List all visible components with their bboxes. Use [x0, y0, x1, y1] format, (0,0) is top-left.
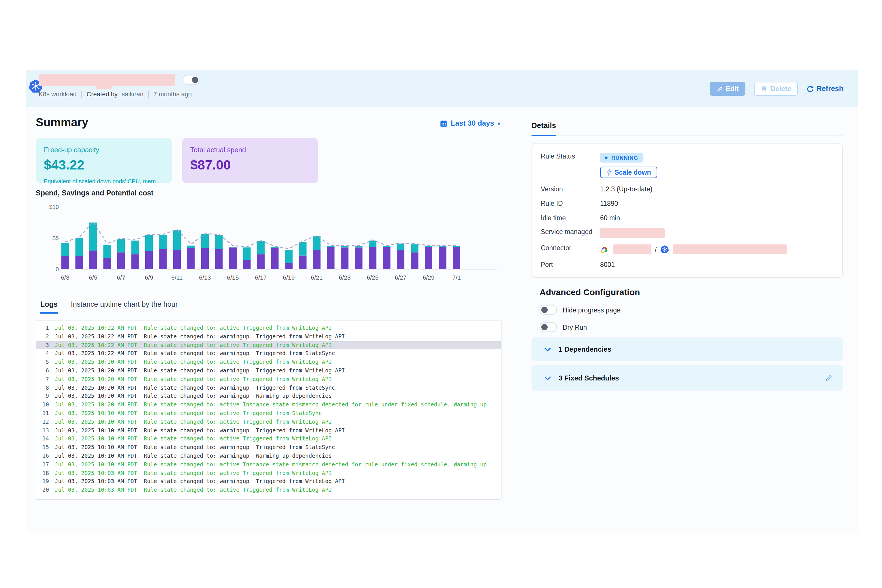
bar-savings[interactable]	[201, 234, 208, 248]
bar-savings[interactable]	[355, 246, 363, 247]
bar-spend[interactable]	[75, 256, 83, 269]
log-row[interactable]: 13Jul 03, 2025 10:10 AM PDT Rule state c…	[36, 426, 501, 435]
bar-savings[interactable]	[188, 246, 195, 248]
bar-spend[interactable]	[117, 252, 125, 269]
bar-savings[interactable]	[341, 246, 348, 247]
bar-savings[interactable]	[453, 246, 460, 247]
log-row[interactable]: 15Jul 03, 2025 10:10 AM PDT Rule state c…	[36, 443, 501, 452]
log-viewer[interactable]: 1Jul 03, 2025 10:22 AM PDT Rule state ch…	[36, 320, 501, 500]
bar-savings[interactable]	[397, 243, 404, 250]
log-row[interactable]: 17Jul 03, 2025 10:10 AM PDT Rule state c…	[36, 460, 501, 469]
bar-savings[interactable]	[159, 235, 167, 249]
log-row[interactable]: 4Jul 03, 2025 10:22 AM PDT Rule state ch…	[36, 350, 501, 358]
scale-down-button[interactable]: Scale down	[600, 166, 657, 178]
card-label: Total actual spend	[190, 146, 310, 154]
log-row[interactable]: 20Jul 03, 2025 10:03 AM PDT Rule state c…	[36, 486, 501, 495]
log-row[interactable]: 11Jul 03, 2025 10:10 AM PDT Rule state c…	[36, 409, 501, 418]
bar-savings[interactable]	[411, 244, 418, 252]
bar-spend[interactable]	[285, 263, 292, 269]
bar-savings[interactable]	[131, 241, 139, 255]
bar-spend[interactable]	[439, 247, 447, 269]
bar-savings[interactable]	[439, 246, 447, 247]
log-row[interactable]: 10Jul 03, 2025 10:20 AM PDT Rule state c…	[36, 400, 501, 409]
log-row[interactable]: 18Jul 03, 2025 10:03 AM PDT Rule state c…	[36, 469, 501, 478]
bar-savings[interactable]	[369, 241, 376, 247]
tab-instance-uptime[interactable]: Instance uptime chart by the hour	[71, 300, 178, 314]
log-row[interactable]: 8Jul 03, 2025 10:20 AM PDT Rule state ch…	[36, 384, 501, 392]
log-row[interactable]: 16Jul 03, 2025 10:10 AM PDT Rule state c…	[36, 452, 501, 460]
log-row[interactable]: 2Jul 03, 2025 10:22 AM PDT Rule state ch…	[36, 333, 501, 341]
bar-spend[interactable]	[89, 250, 97, 269]
bar-spend[interactable]	[201, 248, 208, 269]
bar-spend[interactable]	[104, 258, 111, 269]
edit-schedules-pencil-icon[interactable]	[825, 374, 832, 382]
bar-savings[interactable]	[173, 230, 181, 250]
bar-savings[interactable]	[299, 242, 307, 256]
chevron-down-icon[interactable]	[544, 347, 551, 351]
log-row[interactable]: 3Jul 03, 2025 10:22 AM PDT Rule state ch…	[36, 341, 501, 350]
bar-spend[interactable]	[397, 250, 404, 269]
version-label: Version	[541, 186, 600, 192]
bar-savings[interactable]	[145, 235, 153, 251]
bar-spend[interactable]	[188, 248, 195, 269]
log-message: Jul 03, 2025 10:22 AM PDT Rule state cha…	[55, 350, 335, 358]
bar-spend[interactable]	[383, 247, 390, 269]
bar-spend[interactable]	[257, 254, 265, 269]
bar-spend[interactable]	[341, 247, 348, 269]
bar-spend[interactable]	[62, 256, 69, 269]
bar-savings[interactable]	[257, 241, 265, 254]
log-row[interactable]: 5Jul 03, 2025 10:20 AM PDT Rule state ch…	[36, 358, 501, 367]
dry-run-toggle[interactable]	[540, 322, 557, 332]
rule-enabled-toggle[interactable]	[183, 75, 200, 85]
bar-spend[interactable]	[299, 255, 307, 269]
bar-spend[interactable]	[243, 260, 251, 269]
bar-savings[interactable]	[215, 235, 223, 249]
bar-savings[interactable]	[425, 246, 432, 247]
log-row[interactable]: 14Jul 03, 2025 10:10 AM PDT Rule state c…	[36, 435, 501, 444]
log-row[interactable]: 19Jul 03, 2025 10:03 AM PDT Rule state c…	[36, 478, 501, 486]
edit-button[interactable]: Edit	[710, 82, 746, 96]
bar-spend[interactable]	[355, 247, 363, 269]
chevron-down-icon[interactable]	[544, 376, 551, 380]
bar-savings[interactable]	[327, 246, 334, 247]
bar-spend[interactable]	[425, 247, 432, 269]
bar-spend[interactable]	[159, 249, 167, 269]
bar-spend[interactable]	[145, 251, 153, 269]
date-range-dropdown[interactable]: Last 30 days ▾	[440, 119, 500, 128]
bar-savings[interactable]	[229, 247, 237, 247]
bar-spend[interactable]	[327, 247, 334, 269]
dependencies-panel[interactable]: 1 Dependencies	[531, 337, 843, 361]
bar-savings[interactable]	[243, 247, 251, 260]
y-axis-tick: 0	[56, 266, 59, 272]
log-row[interactable]: 1Jul 03, 2025 10:22 AM PDT Rule state ch…	[36, 324, 501, 333]
bar-spend[interactable]	[215, 249, 223, 269]
log-row[interactable]: 7Jul 03, 2025 10:20 AM PDT Rule state ch…	[36, 375, 501, 384]
log-row[interactable]: 6Jul 03, 2025 10:20 AM PDT Rule state ch…	[36, 367, 501, 375]
gcp-icon	[600, 245, 610, 254]
bar-spend[interactable]	[411, 252, 418, 269]
bar-savings[interactable]	[75, 238, 83, 256]
tab-details[interactable]: Details	[531, 121, 556, 136]
bar-spend[interactable]	[131, 254, 139, 269]
bar-spend[interactable]	[173, 250, 181, 269]
bar-savings[interactable]	[89, 222, 97, 250]
idle-time-label: Idle time	[541, 214, 600, 221]
bar-savings[interactable]	[104, 245, 111, 258]
bar-spend[interactable]	[453, 247, 460, 269]
hide-progress-page-toggle[interactable]	[540, 305, 557, 315]
fixed-schedules-panel[interactable]: 3 Fixed Schedules	[531, 365, 843, 391]
log-row[interactable]: 9Jul 03, 2025 10:20 AM PDT Rule state ch…	[36, 392, 501, 401]
bar-savings[interactable]	[313, 236, 321, 250]
refresh-button[interactable]: Refresh	[807, 85, 843, 93]
bar-spend[interactable]	[369, 247, 376, 269]
bar-spend[interactable]	[271, 248, 279, 269]
bar-savings[interactable]	[117, 238, 125, 252]
delete-button[interactable]: Delete	[754, 82, 798, 96]
bar-spend[interactable]	[229, 247, 237, 269]
tab-logs[interactable]: Logs	[40, 300, 58, 314]
bar-savings[interactable]	[62, 243, 69, 256]
bar-spend[interactable]	[313, 250, 321, 269]
bar-savings[interactable]	[285, 250, 292, 263]
bar-savings[interactable]	[383, 246, 390, 247]
log-row[interactable]: 12Jul 03, 2025 10:10 AM PDT Rule state c…	[36, 418, 501, 427]
